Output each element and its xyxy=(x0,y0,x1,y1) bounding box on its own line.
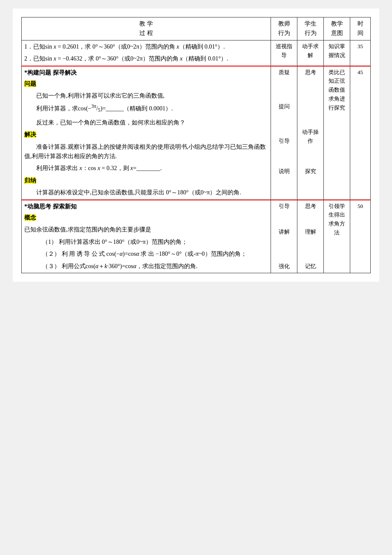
row3-time: 50 xyxy=(350,200,371,273)
row1-student-text: 动手求解 xyxy=(300,42,321,60)
row3-student-lijie: 理解 xyxy=(300,228,321,237)
header-time: 时 间 xyxy=(350,17,371,40)
row3-star-heading: *动脑思考 探索新知 xyxy=(24,202,268,211)
row2-student-tanjiu: 探究 xyxy=(300,167,321,176)
row2-para3: 反过来，已知一个角的三角函数值，如何求出相应的角？ xyxy=(24,118,268,127)
row3-time-value: 50 xyxy=(353,202,368,211)
row3-process: *动脑思考 探索新知 概念 已知余弦函数值,求指定范围内的角的主要步骤是 （1）… xyxy=(22,200,271,273)
header-time-line2: 间 xyxy=(353,29,368,38)
row2-teacher-shuoming: 说明 xyxy=(274,167,294,176)
row2-teacher-tiwen: 提问 xyxy=(274,102,294,111)
row2-time-value: 45 xyxy=(353,68,368,77)
row2-subheading-guina: 归纳 xyxy=(24,176,268,185)
row1-intent-text: 知识掌握情况 xyxy=(326,42,347,60)
row3-intent: 引领学生得出求角方法 xyxy=(324,200,350,273)
row3-step1: （1） 利用计算器求出 0°～180°（或0~π）范围内的角； xyxy=(24,237,268,247)
header-teacher: 教师 行为 xyxy=(271,17,297,40)
header-intent-line1: 教学 xyxy=(326,19,347,29)
row3-intent-text: 引领学生得出求角方法 xyxy=(326,202,347,237)
header-row: 教 学 过 程 教师 行为 学生 行为 教学 意图 时 间 xyxy=(22,17,371,40)
row2-subheading-jiejue: 解决 xyxy=(24,130,268,139)
row3-subheading-gainian: 概念 xyxy=(24,213,268,223)
row2-para5: 利用计算器求出 x：cos x = 0.32，则 x=________. xyxy=(24,164,268,173)
row2-student-sikao: 思考 xyxy=(300,68,321,77)
row1-text1: 1．已知sin x = 0.2601，求 0°～360°（或0~2π）范围内的角… xyxy=(24,42,268,52)
row1-intent: 知识掌握情况 xyxy=(324,40,350,66)
row2-wenti-label: 问题 xyxy=(24,81,36,87)
row2-guina-label: 归纳 xyxy=(24,177,36,184)
row2-teacher: 质疑 提问 引导 说明 xyxy=(271,66,297,200)
row3-student-sikao: 思考 xyxy=(300,202,321,211)
row1-time-value: 35 xyxy=(353,42,368,51)
row3-student: 思考 理解 记忆 xyxy=(297,200,324,273)
row3-para1: 已知余弦函数值,求指定范围内的角的主要步骤是 xyxy=(24,225,268,234)
row1-teacher-text: 巡视指导 xyxy=(274,42,294,60)
row2-teacher-yindao: 引导 xyxy=(274,137,294,146)
row2-intent: 类比已知正弦函数值求角进行探究 xyxy=(324,66,350,200)
header-intent: 教学 意图 xyxy=(324,17,350,40)
header-process-line1: 教 学 xyxy=(24,19,268,29)
header-time-line1: 时 xyxy=(353,19,368,29)
row2-jiejue-label: 解决 xyxy=(24,131,36,138)
table-row-1: 1．已知sin x = 0.2601，求 0°～360°（或0~2π）范围内的角… xyxy=(22,40,371,66)
row2-para4: 准备计算器.观察计算器上的按键并阅读相关的使用说明书,小组内总结学习已知三角函数… xyxy=(24,142,268,162)
header-teacher-line1: 教师 xyxy=(274,19,294,29)
row2-subheading-wenti: 问题 xyxy=(24,79,268,89)
row2-student-dongshou: 动手操作 xyxy=(300,128,321,146)
row2-process: *构建问题 探寻解决 问题 已知一个角,利用计算器可以求出它的三角函数值, 利用… xyxy=(22,66,271,200)
row2-intent-text: 类比已知正弦函数值求角进行探究 xyxy=(326,68,347,113)
row1-time: 35 xyxy=(350,40,371,66)
row1-text2: 2．已知sin x = −0.4632，求 0°～360°（或0~2π）范围内的… xyxy=(24,54,268,64)
header-intent-line2: 意图 xyxy=(326,29,347,38)
row2-time: 45 xyxy=(350,66,371,200)
row3-step3: （３） 利用公式cos(α＋k·360°)=cosα，求出指定范围内的角. xyxy=(24,262,268,271)
row3-teacher-yindao: 引导 xyxy=(274,202,294,211)
row2-teacher-zhiyi: 质疑 xyxy=(274,68,294,77)
row3-student-jiyi: 记忆 xyxy=(300,262,321,271)
header-process: 教 学 过 程 xyxy=(22,17,271,40)
table-row-2: *构建问题 探寻解决 问题 已知一个角,利用计算器可以求出它的三角函数值, 利用… xyxy=(22,66,371,200)
row3-teacher-jiangjie: 讲解 xyxy=(274,228,294,237)
table-row-3: *动脑思考 探索新知 概念 已知余弦函数值,求指定范围内的角的主要步骤是 （1）… xyxy=(22,200,371,273)
page: 教 学 过 程 教师 行为 学生 行为 教学 意图 时 间 xyxy=(13,9,379,282)
row1-teacher: 巡视指导 xyxy=(271,40,297,66)
row1-student: 动手求解 xyxy=(297,40,324,66)
row2-student: 思考 动手操作 探究 xyxy=(297,66,324,200)
header-student: 学生 行为 xyxy=(297,17,324,40)
header-student-line1: 学生 xyxy=(300,19,321,29)
row3-step2: （２） 利 用 诱 导 公 式 cos(−α)=cosα 求 出 −180°～0… xyxy=(24,249,268,259)
row2-para6: 计算器的标准设定中,已知余弦函数值,只能显示出 0°～180°（或0~π）之间的… xyxy=(24,188,268,197)
header-student-line2: 行为 xyxy=(300,29,321,38)
row2-para1: 已知一个角,利用计算器可以求出它的三角函数值, xyxy=(24,91,268,101)
header-teacher-line2: 行为 xyxy=(274,29,294,38)
row3-teacher: 引导 讲解 强化 xyxy=(271,200,297,273)
row1-process: 1．已知sin x = 0.2601，求 0°～360°（或0~2π）范围内的角… xyxy=(22,40,271,66)
row2-star-heading: *构建问题 探寻解决 xyxy=(24,68,268,78)
header-process-line2: 过 程 xyxy=(24,29,268,38)
row2-para2: 利用计算器，求cos(−3π/5)=______（精确到 0.0001）. xyxy=(24,103,268,115)
main-table: 教 学 过 程 教师 行为 学生 行为 教学 意图 时 间 xyxy=(21,17,371,273)
row3-gainian-label: 概念 xyxy=(24,214,36,221)
row3-teacher-qianghua: 强化 xyxy=(274,262,294,271)
